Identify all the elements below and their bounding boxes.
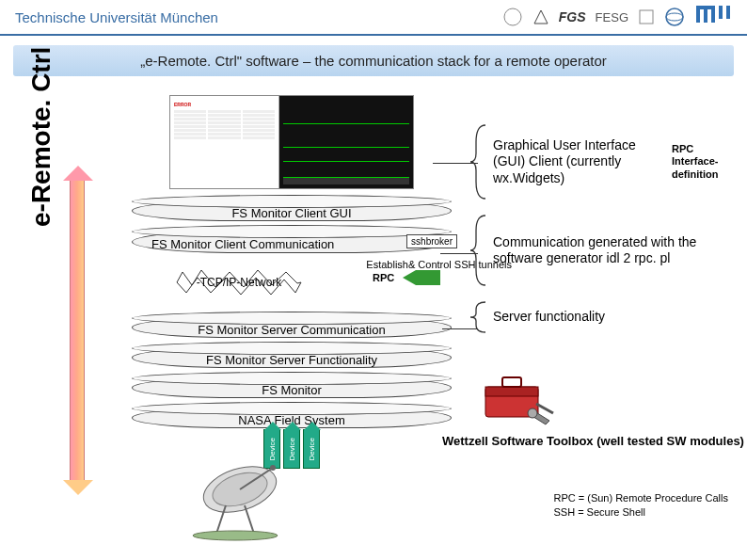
svg-point-11 (193, 531, 278, 540)
svg-point-10 (270, 465, 276, 471)
svg-point-0 (504, 8, 521, 25)
sshbroker-box: sshbroker (406, 234, 457, 248)
satellite-dish-icon (188, 456, 310, 541)
annotation-connector (442, 328, 478, 329)
footnote-rpc: RPC = (Sun) Remote Procedure Calls (553, 491, 728, 504)
rpc-note: RPC Interface-definition (672, 143, 724, 181)
university-name: Technische Universität München (15, 9, 218, 25)
logo-row: FGS FESG (502, 4, 732, 30)
layer-client-gui: FS Monitor Client GUI (132, 195, 452, 221)
layer-fs-monitor: FS Monitor (132, 372, 452, 398)
stack-diagram: ERROR FS Monitor Client GUI FS (132, 95, 452, 469)
toolbox-icon (480, 368, 561, 430)
layer-server-comm: FS Monitor Server Communication (132, 312, 452, 338)
bracket-icon (470, 214, 487, 287)
slide-title: „e-Remote. Ctrl" software – the communic… (13, 45, 734, 76)
network-row: -TCP/IP-Network RPC Establish& Control S… (132, 257, 452, 308)
svg-rect-5 (485, 387, 538, 396)
footnote: RPC = (Sun) Remote Procedure Calls SSH =… (553, 491, 728, 519)
rpc-arrow-label: RPC (373, 272, 394, 283)
bkg-logo (638, 8, 655, 25)
triangle-logo (532, 8, 549, 25)
layer-client-comm: FS Monitor Client Communication sshbroke… (132, 225, 452, 253)
toolbox-label: Wettzell Software Toolbox (well tested S… (442, 434, 744, 449)
svg-point-3 (666, 13, 683, 21)
network-label: -TCP/IP-Network (197, 276, 282, 289)
comm-annotation: Communication generated with the softwar… (493, 234, 724, 267)
annotation-connector (433, 163, 478, 164)
mpi-logo (502, 7, 523, 27)
svg-rect-1 (640, 10, 653, 24)
layer-server-func: FS Monitor Server Functionality (132, 342, 452, 368)
vertical-label: e-Remote. Ctrl (26, 47, 56, 227)
tum-logo (694, 4, 732, 30)
rpc-arrow: RPC (403, 270, 440, 285)
fesg-logo: FESG (596, 10, 628, 24)
bracket-icon (470, 123, 487, 200)
gui-annotation: Graphical User Interface (GUI) Client (c… (493, 137, 668, 187)
header: Technische Universität München FGS FESG (0, 0, 747, 36)
right-annotations: Graphical User Interface (GUI) Client (c… (470, 123, 724, 347)
server-annotation: Server functionality (493, 309, 605, 326)
svg-point-2 (666, 8, 683, 25)
vertical-arrow (70, 180, 85, 481)
svg-point-7 (528, 408, 537, 418)
gui-screenshot: ERROR (169, 95, 414, 189)
svg-rect-6 (502, 377, 521, 387)
footnote-ssh: SSH = Secure Shell (553, 505, 728, 519)
network-cloud: -TCP/IP-Network (173, 266, 305, 298)
content-area: e-Remote. Ctrl ERROR FS Mon (0, 76, 747, 547)
annotation-connector (440, 253, 478, 254)
globe-logo (664, 7, 685, 27)
fgs-logo: FGS (559, 9, 586, 24)
